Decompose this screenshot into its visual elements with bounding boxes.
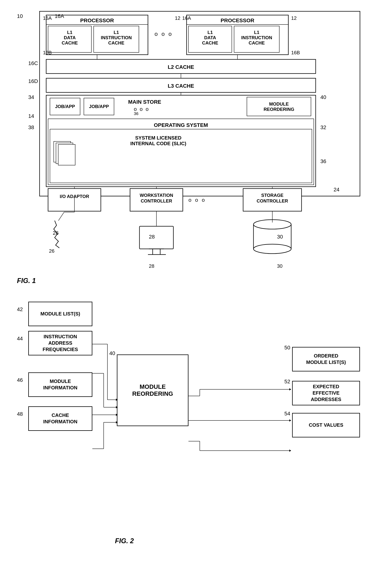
- svg-text:o o o: o o o: [154, 31, 173, 37]
- ref-16d: 16D: [28, 78, 38, 84]
- ref-30: 30: [277, 234, 283, 240]
- svg-rect-35: [46, 95, 316, 187]
- fig2-diagram: 42 MODULE LIST(S) 44 INSTRUCTION ADDRESS…: [17, 298, 375, 547]
- svg-text:MAIN STORE: MAIN STORE: [128, 99, 161, 105]
- ref-42: 42: [17, 306, 23, 312]
- cache-information-label: CACHE INFORMATION: [43, 412, 77, 425]
- svg-text:CONTROLLER: CONTROLLER: [141, 198, 172, 203]
- svg-text:36: 36: [134, 111, 138, 116]
- svg-rect-15: [187, 15, 288, 55]
- ref-36b: 36: [320, 158, 326, 164]
- svg-rect-52: [56, 143, 73, 164]
- module-lists-box: MODULE LIST(S): [28, 302, 92, 326]
- svg-text:L1: L1: [254, 30, 259, 35]
- svg-text:12: 12: [291, 15, 297, 21]
- fig1-diagram: 10 16A 16C 16D 34 40 14 38 32 36 20 22 1…: [17, 8, 375, 286]
- svg-text:INSTRUCTION: INSTRUCTION: [101, 35, 132, 40]
- svg-rect-46: [48, 119, 314, 185]
- ref-18: 18: [262, 189, 268, 195]
- svg-text:L1: L1: [114, 30, 119, 35]
- ref-32: 32: [320, 125, 326, 130]
- ref-50: 50: [284, 345, 290, 351]
- svg-text:L3 CACHE: L3 CACHE: [168, 83, 194, 89]
- ref-40-fig2: 40: [109, 350, 115, 356]
- svg-text:DATA: DATA: [64, 35, 76, 40]
- module-information-box: MODULE INFORMATION: [28, 372, 92, 397]
- ref-46: 46: [17, 377, 23, 383]
- cost-values-box: COST VALUES: [292, 413, 360, 437]
- ref-22: 22: [139, 189, 145, 195]
- ref-34: 34: [28, 94, 34, 100]
- svg-text:MODULE: MODULE: [269, 101, 289, 107]
- svg-marker-112: [289, 449, 291, 452]
- svg-rect-53: [58, 144, 75, 165]
- svg-text:CACHE: CACHE: [202, 40, 218, 45]
- ref-54: 54: [284, 411, 290, 417]
- svg-text:o o o: o o o: [188, 197, 206, 203]
- svg-line-71: [58, 212, 64, 221]
- svg-text:CONTROLLER: CONTROLLER: [257, 198, 288, 203]
- ref-14: 14: [28, 113, 34, 119]
- svg-text:I/O ADAPTOR: I/O ADAPTOR: [60, 194, 89, 199]
- fig2-title: FIG. 2: [115, 537, 134, 545]
- svg-text:L1: L1: [207, 30, 213, 35]
- ref-52: 52: [284, 379, 290, 385]
- svg-rect-73: [139, 226, 173, 249]
- svg-rect-48: [50, 129, 312, 183]
- module-reordering-box: MODULE REORDERING: [117, 355, 188, 426]
- module-lists-label: MODULE LIST(S): [40, 311, 80, 317]
- ref-20: 20: [49, 192, 55, 198]
- ref-48: 48: [17, 411, 23, 417]
- svg-rect-18: [188, 26, 232, 53]
- svg-text:L2 CACHE: L2 CACHE: [168, 64, 194, 70]
- instruction-address-box: INSTRUCTION ADDRESS FREQUENCIES: [28, 331, 92, 356]
- page: 10 16A 16C 16D 34 40 14 38 32 36 20 22 1…: [0, 0, 392, 573]
- ref-24: 24: [334, 187, 340, 193]
- expected-effective-box: EXPECTED EFFECTIVE ADDRESSES: [292, 381, 360, 405]
- svg-rect-0: [40, 11, 360, 196]
- svg-text:SYSTEM LICENSED: SYSTEM LICENSED: [135, 135, 182, 141]
- svg-text:REORDERING: REORDERING: [264, 107, 294, 112]
- svg-rect-30: [46, 59, 316, 73]
- module-information-label: MODULE INFORMATION: [43, 378, 77, 391]
- svg-rect-63: [243, 189, 302, 211]
- svg-rect-51: [54, 142, 71, 162]
- svg-text:CACHE: CACHE: [249, 40, 265, 45]
- svg-text:12: 12: [175, 15, 180, 21]
- ref-28: 28: [149, 234, 155, 240]
- svg-text:CACHE: CACHE: [108, 40, 124, 45]
- svg-text:30: 30: [277, 263, 283, 269]
- module-reordering-label: MODULE REORDERING: [132, 383, 173, 397]
- svg-text:28: 28: [149, 263, 154, 269]
- fig1-title: FIG. 1: [17, 277, 36, 285]
- svg-rect-8: [94, 26, 139, 53]
- svg-rect-1: [46, 15, 148, 55]
- ref-16c: 16C: [28, 60, 38, 66]
- svg-text:DATA: DATA: [204, 35, 216, 40]
- ref-40: 40: [320, 94, 326, 100]
- svg-point-79: [254, 220, 291, 229]
- ref-26: 26: [53, 230, 59, 236]
- svg-text:OPERATING SYSTEM: OPERATING SYSTEM: [154, 122, 208, 128]
- svg-marker-105: [289, 388, 291, 391]
- svg-text:26: 26: [49, 248, 54, 254]
- svg-text:PROCESSOR: PROCESSOR: [80, 18, 114, 23]
- svg-text:JOB/APP: JOB/APP: [55, 104, 75, 109]
- ref-44: 44: [17, 336, 23, 342]
- cost-values-label: COST VALUES: [309, 422, 343, 428]
- svg-rect-32: [46, 78, 316, 92]
- svg-text:16A: 16A: [43, 15, 52, 21]
- ordered-module-lists-box: ORDERED MODULE LIST(S): [292, 347, 360, 372]
- svg-rect-22: [234, 26, 279, 53]
- svg-text:CACHE: CACHE: [62, 40, 78, 45]
- svg-text:JOB/APP: JOB/APP: [89, 104, 109, 109]
- svg-rect-43: [247, 97, 311, 116]
- ref-38: 38: [28, 125, 34, 130]
- svg-text:PROCESSOR: PROCESSOR: [221, 18, 255, 23]
- expected-effective-label: EXPECTED EFFECTIVE ADDRESSES: [311, 383, 341, 403]
- svg-text:INSTRUCTION: INSTRUCTION: [241, 35, 272, 40]
- svg-text:L1: L1: [67, 30, 72, 35]
- ref-16a-left: 16A: [55, 13, 64, 19]
- svg-text:INTERNAL CODE (SLIC): INTERNAL CODE (SLIC): [130, 141, 186, 146]
- svg-text:16B: 16B: [291, 50, 300, 55]
